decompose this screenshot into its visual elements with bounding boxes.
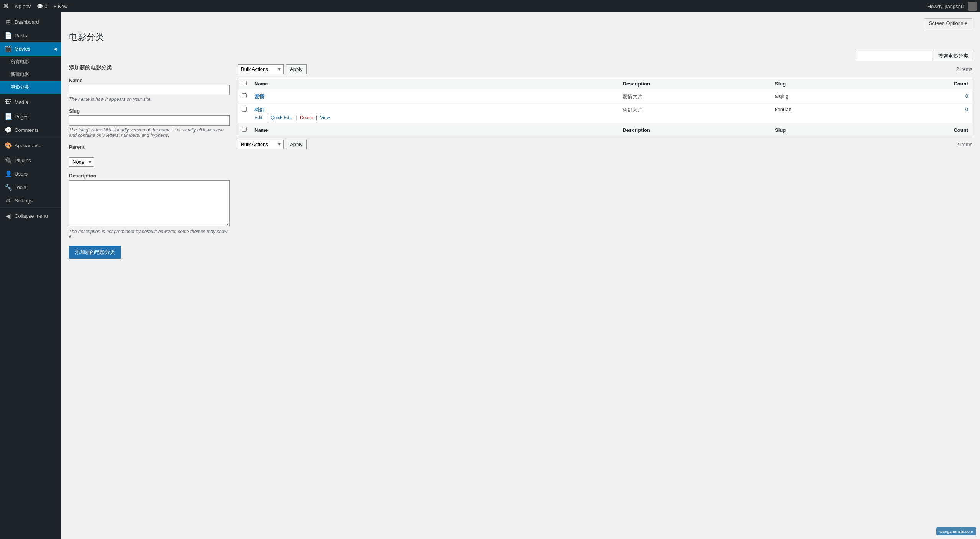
search-input[interactable] — [856, 51, 932, 61]
row-description-cell-kehuan: 科幻大片 — [619, 104, 771, 124]
page-title: 电影分类 — [69, 31, 972, 43]
comments-count: 0 — [44, 3, 47, 9]
plugins-icon: 🔌 — [5, 157, 11, 164]
slug-input[interactable] — [69, 115, 230, 126]
row-name-link-kehuan[interactable]: 科幻 — [254, 107, 264, 113]
bulk-actions-select-top[interactable]: Bulk Actions — [238, 64, 284, 74]
sidebar-item-label: 所有电影 — [11, 59, 29, 65]
media-icon: 🖼 — [5, 99, 11, 105]
sidebar-item-label: Comments — [15, 127, 39, 133]
tf-name: Name — [251, 124, 619, 136]
delete-link-kehuan[interactable]: Delete — [300, 115, 313, 120]
bulk-actions-select-bottom[interactable]: Bulk Actions — [238, 140, 284, 149]
apply-button-bottom[interactable]: Apply — [286, 140, 307, 149]
comments-icon: 💬 — [37, 3, 43, 9]
sidebar-item-label: Collapse menu — [15, 213, 48, 219]
new-content-link[interactable]: + New — [53, 3, 67, 9]
row-slug-cell-kehuan: kehuan — [771, 104, 875, 124]
row-slug-cell-aiqing: aiqing — [771, 90, 875, 104]
description-textarea[interactable] — [69, 180, 230, 226]
slug-field-group: Slug The "slug" is the URL-friendly vers… — [69, 108, 230, 138]
search-button[interactable]: 搜索电影分类 — [934, 51, 972, 61]
sidebar-item-label: 电影分类 — [11, 84, 29, 90]
edit-link-kehuan[interactable]: Edit — [254, 115, 262, 120]
sidebar-item-all-movies[interactable]: 所有电影 — [0, 56, 61, 68]
bottom-table-actions: Bulk Actions Apply 2 items — [238, 140, 972, 149]
comments-link[interactable]: 💬 0 — [37, 3, 47, 9]
table-row: 科幻 Edit | Quick Edit | Delete | View — [238, 104, 972, 124]
select-all-checkbox-top[interactable] — [242, 81, 247, 85]
row-name-cell-aiqing: 爱情 Edit | Quick Edit | Delete | View — [251, 90, 619, 104]
sidebar-item-label: Posts — [15, 33, 27, 38]
dashboard-icon: ⊞ — [5, 18, 11, 26]
quick-edit-link-kehuan[interactable]: Quick Edit — [271, 115, 292, 120]
sidebar-item-label: Dashboard — [15, 19, 39, 25]
settings-icon: ⚙ — [5, 197, 11, 204]
parent-select[interactable]: None — [69, 157, 94, 167]
comments-nav-icon: 💬 — [5, 127, 11, 134]
sidebar-item-comments[interactable]: 💬 Comments — [0, 123, 61, 137]
name-label: Name — [69, 77, 230, 83]
sidebar-item-posts[interactable]: 📄 Posts — [0, 29, 61, 42]
sidebar-item-settings[interactable]: ⚙ Settings — [0, 194, 61, 207]
add-category-button[interactable]: 添加新的电影分类 — [69, 246, 121, 259]
collapse-menu-button[interactable]: ◀ Collapse menu — [0, 209, 61, 223]
sidebar-item-label: Settings — [15, 198, 33, 204]
sidebar-item-movies[interactable]: 🎬 Movies ◀ — [0, 42, 61, 56]
sidebar-item-users[interactable]: 👤 Users — [0, 167, 61, 181]
topbar: ✺ wp dev 💬 0 + New Howdy, jiangshui — [0, 0, 980, 12]
sidebar-item-movie-cats[interactable]: 电影分类 — [0, 81, 61, 94]
row-checkbox-cell — [238, 104, 251, 124]
items-count-bottom: 2 items — [956, 141, 972, 147]
content-area: 添加新的电影分类 Name The name is how it appears… — [69, 64, 972, 259]
sidebar-item-label: Tools — [15, 184, 26, 190]
appearance-icon: 🎨 — [5, 142, 11, 149]
top-table-actions: Bulk Actions Apply 2 items — [238, 64, 972, 74]
parent-field-group: Parent None — [69, 144, 230, 167]
table-header-row: Name Description Slug Count — [238, 77, 972, 90]
site-name[interactable]: wp dev — [15, 3, 31, 9]
form-title: 添加新的电影分类 — [69, 64, 230, 71]
tf-count: Count — [875, 124, 972, 136]
sidebar-item-media[interactable]: 🖼 Media — [0, 95, 61, 108]
sidebar-item-pages[interactable]: 📃 Pages — [0, 110, 61, 123]
sidebar-item-dashboard[interactable]: ⊞ Dashboard — [0, 15, 61, 29]
description-field-group: Description The description is not promi… — [69, 173, 230, 240]
watermark: wangzhanshi.com — [936, 527, 976, 535]
screen-options-bar: Screen Options — [69, 18, 972, 28]
table-panel: Bulk Actions Apply 2 items Name Descript… — [238, 64, 972, 259]
sidebar-item-label: Pages — [15, 114, 29, 120]
sidebar-item-label: Users — [15, 171, 28, 177]
th-slug: Slug — [771, 77, 875, 90]
sidebar-item-label: Media — [15, 99, 28, 105]
screen-options-button[interactable]: Screen Options — [924, 18, 972, 28]
tf-description: Description — [619, 124, 771, 136]
tf-slug: Slug — [771, 124, 875, 136]
view-link-kehuan[interactable]: View — [320, 115, 330, 120]
sidebar-item-appearance[interactable]: 🎨 Appearance — [0, 139, 61, 152]
sidebar-item-plugins[interactable]: 🔌 Plugins — [0, 154, 61, 167]
topbar-right: Howdy, jiangshui — [928, 2, 977, 11]
select-all-checkbox-bottom[interactable] — [242, 127, 247, 132]
row-description-cell-aiqing: 爱情大片 — [619, 90, 771, 104]
sidebar-collapse-section: ◀ Collapse menu — [0, 207, 61, 224]
row-checkbox-aiqing[interactable] — [242, 93, 247, 98]
users-icon: 👤 — [5, 170, 11, 177]
row-name-cell-kehuan: 科幻 Edit | Quick Edit | Delete | View — [251, 104, 619, 124]
wp-logo: ✺ — [3, 2, 9, 10]
row-count-cell-aiqing: 0 — [875, 90, 972, 104]
apply-button-top[interactable]: Apply — [286, 64, 307, 74]
row-name-link-aiqing[interactable]: 爱情 — [254, 94, 264, 99]
sidebar-item-label: Appearance — [15, 143, 41, 148]
sidebar-item-label: Movies — [15, 46, 30, 52]
name-input[interactable] — [69, 85, 230, 95]
sidebar-item-add-movie[interactable]: 新建电影 — [0, 68, 61, 81]
sidebar-item-tools[interactable]: 🔧 Tools — [0, 181, 61, 194]
name-field-group: Name The name is how it appears on your … — [69, 77, 230, 102]
name-hint: The name is how it appears on your site. — [69, 97, 230, 102]
pages-icon: 📃 — [5, 113, 11, 120]
sidebar-item-label: Plugins — [15, 158, 31, 163]
row-checkbox-kehuan[interactable] — [242, 107, 247, 112]
main-content: Screen Options 电影分类 搜索电影分类 添加新的电影分类 Name… — [61, 12, 980, 539]
row-actions-kehuan: Edit | Quick Edit | Delete | View — [254, 115, 615, 120]
